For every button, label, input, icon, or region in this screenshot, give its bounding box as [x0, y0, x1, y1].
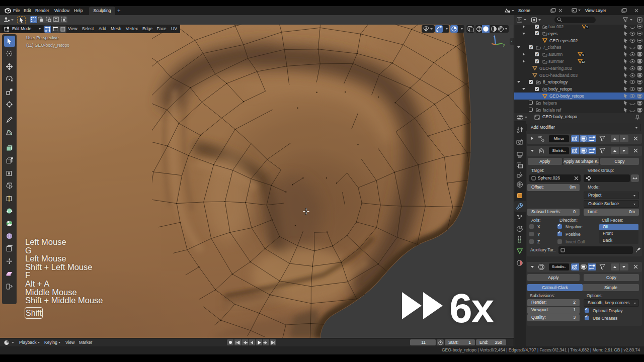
svg-text:12: 12 [581, 60, 585, 63]
svg-text:z: z [494, 34, 496, 37]
svg-text:y: y [503, 43, 505, 47]
